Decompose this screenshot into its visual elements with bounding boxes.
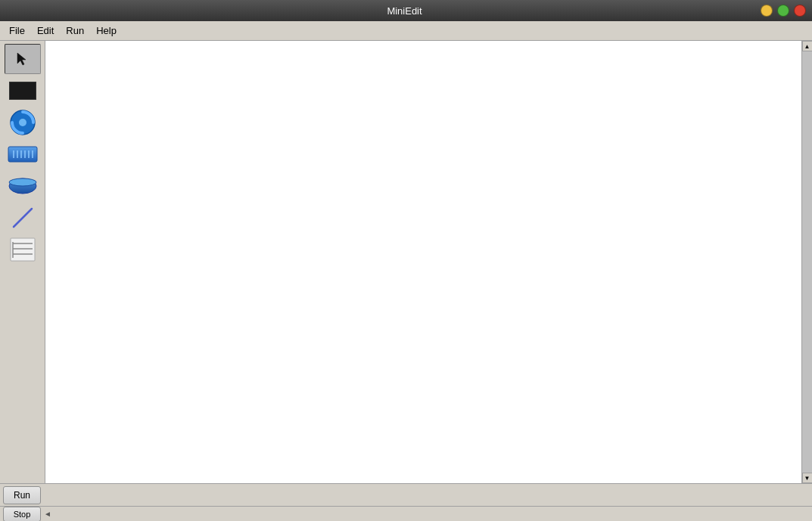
scrollbar-track[interactable] (802, 51, 813, 473)
tool-link[interactable] (5, 203, 41, 233)
svg-line-12 (14, 209, 32, 227)
close-button[interactable] (794, 5, 806, 17)
router-icon (8, 176, 38, 196)
svg-rect-13 (11, 238, 35, 261)
stop-button[interactable]: Stop (3, 507, 41, 522)
menu-edit[interactable]: Edit (31, 23, 60, 38)
svg-point-11 (9, 178, 36, 186)
switch-icon (8, 144, 38, 164)
tool-host[interactable] (5, 76, 41, 106)
canvas-area[interactable] (45, 41, 801, 483)
status-bar: Stop ◄ (0, 506, 812, 521)
minimize-button[interactable] (761, 5, 773, 17)
tool-legacy[interactable] (5, 234, 41, 265)
bottom-area: Run Stop ◄ (0, 483, 812, 521)
main-area: ▲ ▼ (0, 41, 812, 483)
host-icon (9, 82, 36, 100)
cursor-icon (15, 51, 30, 67)
menu-file[interactable]: File (3, 23, 31, 38)
right-scrollbar: ▲ ▼ (801, 41, 812, 483)
run-stop-row: Run (0, 483, 812, 506)
legacy-icon (9, 237, 36, 262)
title-bar: MiniEdit (0, 0, 812, 21)
svg-point-2 (19, 119, 26, 126)
run-button[interactable]: Run (3, 486, 41, 504)
controller-icon (8, 108, 37, 137)
svg-marker-0 (17, 53, 26, 65)
scroll-down-arrow[interactable]: ▼ (802, 473, 813, 483)
link-icon (9, 204, 36, 231)
menu-bar: File Edit Run Help (0, 21, 812, 41)
toolbar (0, 41, 45, 483)
tool-select[interactable] (5, 44, 41, 74)
window-controls (761, 5, 806, 17)
scroll-up-arrow[interactable]: ▲ (802, 41, 813, 51)
menu-help[interactable]: Help (90, 23, 123, 38)
scroll-left-arrow[interactable]: ◄ (44, 510, 51, 518)
tool-router[interactable] (5, 171, 41, 201)
menu-run[interactable]: Run (60, 23, 90, 38)
maximize-button[interactable] (777, 5, 789, 17)
tool-controller[interactable] (5, 107, 41, 138)
tool-switch[interactable] (5, 139, 41, 169)
title-bar-title: MiniEdit (48, 5, 761, 17)
